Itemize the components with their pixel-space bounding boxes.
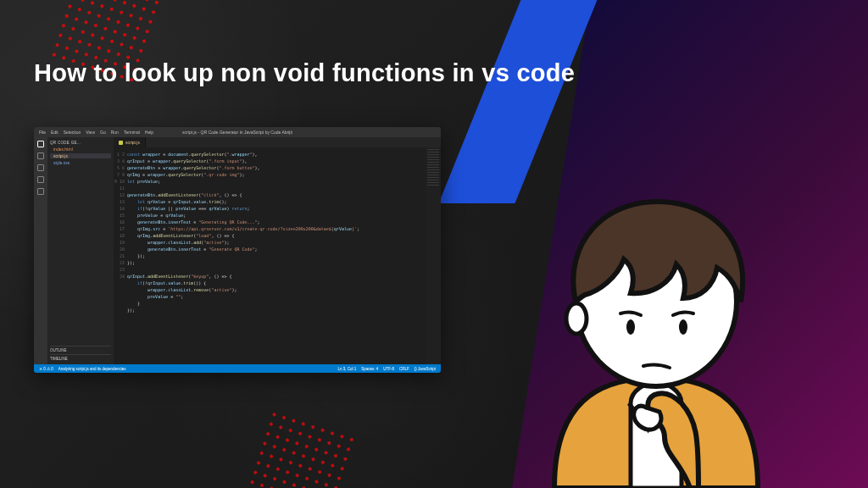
vscode-window: File Edit Selection View Go Run Terminal… [34,127,441,373]
status-indent[interactable]: Spaces: 4 [361,367,378,371]
status-analysis: Analyzing script.js and its dependencies [58,367,126,371]
code-content[interactable]: const wrapper = document.querySelector("… [127,151,422,361]
status-problems[interactable]: ⨯ 0 ⚠ 0 [39,367,53,371]
tab-label: script.js [125,140,140,145]
menubar-item-edit[interactable]: Edit [51,130,58,135]
sidebar-project-header: QR CODE GE... [50,141,111,145]
extensions-icon[interactable] [37,188,44,195]
search-icon[interactable] [37,152,44,159]
headline: How to look up non void functions in vs … [34,59,575,87]
svg-point-1 [566,303,587,334]
sidebar-section-timeline[interactable]: TIMELINE [50,354,111,361]
menubar-item-terminal[interactable]: Terminal [124,130,140,135]
thinking-person-illustration [504,149,809,488]
minimap[interactable] [426,147,441,364]
file-item-style[interactable]: style.css [50,160,111,165]
menubar-item-run[interactable]: Run [111,130,119,135]
line-number-gutter: 1 2 3 4 5 6 7 8 9 10 11 12 13 14 15 16 1… [114,151,127,361]
vscode-tabs: script.js [114,137,441,147]
svg-point-3 [679,319,687,335]
js-file-icon [119,141,123,145]
tab-script-js[interactable]: script.js [114,137,146,147]
status-language[interactable]: {} JavaScript [415,367,436,371]
svg-point-2 [626,319,635,335]
status-encoding[interactable]: UTF-8 [383,367,394,371]
status-cursor-pos[interactable]: Ln 3, Col 1 [337,367,356,371]
vscode-activity-bar [34,137,47,364]
menubar-item-selection[interactable]: Selection [64,130,81,135]
vscode-sidebar: QR CODE GE... index.html script.js style… [47,137,114,364]
explorer-icon[interactable] [37,141,44,147]
menubar-item-view[interactable]: View [86,130,95,135]
vscode-editor-area: script.js 1 2 3 4 5 6 7 8 9 10 11 12 13 … [114,137,441,364]
source-control-icon[interactable] [37,164,44,171]
menubar-item-file[interactable]: File [39,130,46,135]
file-item-script[interactable]: script.js [50,153,111,158]
menubar-item-help[interactable]: Help [145,130,153,135]
menubar-item-go[interactable]: Go [100,130,106,135]
vscode-status-bar: ⨯ 0 ⚠ 0 Analyzing script.js and its depe… [34,364,441,373]
file-item-index[interactable]: index.html [50,147,111,152]
sidebar-section-outline[interactable]: OUTLINE [50,346,111,352]
vscode-menubar: File Edit Selection View Go Run Terminal… [34,127,441,137]
run-debug-icon[interactable] [37,176,44,183]
status-eol[interactable]: CRLF [399,367,409,371]
